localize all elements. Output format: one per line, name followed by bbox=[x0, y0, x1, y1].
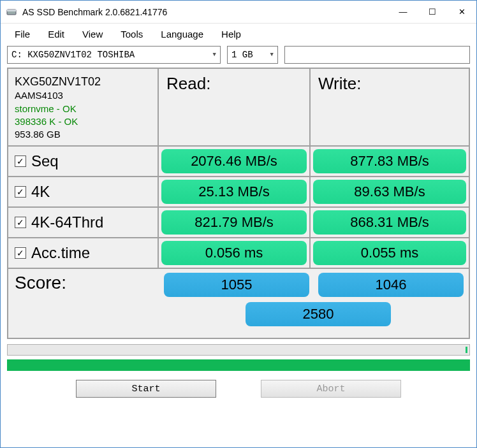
close-button[interactable]: ✕ bbox=[447, 1, 476, 23]
button-row: Start Abort bbox=[1, 376, 476, 404]
acc-write-value: 0.055 ms bbox=[313, 241, 466, 265]
abort-button: Abort bbox=[261, 380, 401, 398]
score-label: Score: bbox=[15, 273, 66, 293]
acc-checkbox[interactable]: ✓ bbox=[15, 247, 26, 259]
progress-bar-step bbox=[7, 344, 470, 356]
menu-tools[interactable]: Tools bbox=[114, 27, 154, 41]
4k64-checkbox[interactable]: ✓ bbox=[15, 217, 26, 228]
score-read-value: 1055 bbox=[164, 273, 309, 297]
4k-label: 4K bbox=[31, 183, 50, 201]
read-header: Read: bbox=[159, 69, 311, 145]
menu-language[interactable]: Language bbox=[154, 27, 215, 41]
drive-firmware: AAMS4103 bbox=[15, 89, 151, 102]
4k-checkbox[interactable]: ✓ bbox=[15, 186, 26, 198]
4k64-label: 4K-64Thrd bbox=[31, 213, 103, 231]
seq-write-value: 877.83 MB/s bbox=[313, 149, 466, 173]
app-icon bbox=[6, 6, 17, 18]
minimize-button[interactable]: — bbox=[388, 1, 418, 23]
seq-checkbox[interactable]: ✓ bbox=[15, 155, 26, 167]
progress-bar-total bbox=[7, 359, 470, 371]
4k-write-value: 89.63 MB/s bbox=[313, 180, 466, 204]
4k64-read-value: 821.79 MB/s bbox=[161, 210, 307, 235]
size-dropdown-value: 1 GB bbox=[231, 50, 253, 60]
selector-row: C: KXG50ZNV1T02 TOSHIBA ▼ 1 GB ▼ bbox=[1, 45, 476, 68]
start-button[interactable]: Start bbox=[76, 380, 216, 398]
acc-read-value: 0.056 ms bbox=[161, 241, 307, 265]
seq-label: Seq bbox=[31, 152, 59, 170]
menu-help[interactable]: Help bbox=[215, 27, 253, 41]
size-dropdown[interactable]: 1 GB ▼ bbox=[227, 46, 278, 64]
seq-read-value: 2076.46 MB/s bbox=[161, 149, 307, 173]
app-window: AS SSD Benchmark 2.0.6821.41776 — ☐ ✕ Fi… bbox=[0, 0, 477, 448]
score-total-value: 2580 bbox=[246, 302, 391, 326]
svg-rect-1 bbox=[7, 10, 16, 11]
score-write-value: 1046 bbox=[318, 273, 464, 297]
chevron-down-icon: ▼ bbox=[213, 52, 216, 58]
window-title: AS SSD Benchmark 2.0.6821.41776 bbox=[22, 7, 388, 17]
text-input[interactable] bbox=[284, 46, 470, 64]
progress-area bbox=[7, 344, 470, 373]
menu-edit[interactable]: Edit bbox=[41, 27, 76, 41]
drive-alignment-status: 398336 K - OK bbox=[15, 115, 151, 128]
drive-model: KXG50ZNV1T02 bbox=[15, 74, 151, 89]
chevron-down-icon: ▼ bbox=[270, 52, 274, 58]
acc-label: Acc.time bbox=[31, 244, 90, 262]
menubar: File Edit View Tools Language Help bbox=[1, 24, 476, 45]
score-row: Score: 1055 1046 2580 bbox=[8, 269, 469, 338]
titlebar: AS SSD Benchmark 2.0.6821.41776 — ☐ ✕ bbox=[1, 1, 476, 24]
results-grid: KXG50ZNV1T02 AAMS4103 stornvme - OK 3983… bbox=[7, 68, 470, 339]
drive-driver-status: stornvme - OK bbox=[15, 103, 151, 115]
maximize-button[interactable]: ☐ bbox=[418, 1, 447, 23]
4k-read-value: 25.13 MB/s bbox=[161, 180, 307, 204]
drive-dropdown-value: C: KXG50ZNV1T02 TOSHIBA bbox=[11, 50, 135, 60]
menu-view[interactable]: View bbox=[76, 27, 114, 41]
drive-info-cell: KXG50ZNV1T02 AAMS4103 stornvme - OK 3983… bbox=[8, 69, 159, 145]
window-controls: — ☐ ✕ bbox=[388, 1, 476, 23]
drive-capacity: 953.86 GB bbox=[15, 128, 151, 141]
write-header: Write: bbox=[311, 69, 469, 145]
drive-dropdown[interactable]: C: KXG50ZNV1T02 TOSHIBA ▼ bbox=[7, 46, 221, 64]
menu-file[interactable]: File bbox=[8, 27, 41, 41]
4k64-write-value: 868.31 MB/s bbox=[313, 210, 466, 235]
